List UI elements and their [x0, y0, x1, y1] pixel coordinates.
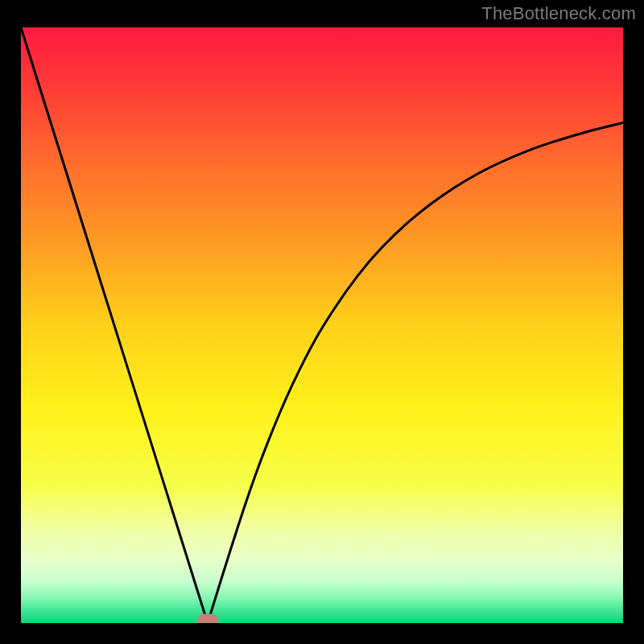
- chart-svg: [21, 27, 623, 623]
- chart-frame: TheBottleneck.com: [0, 0, 644, 644]
- plot-area: [16, 23, 628, 628]
- optimal-marker: [197, 613, 218, 623]
- watermark-text: TheBottleneck.com: [481, 3, 636, 24]
- plot-inner: [21, 27, 623, 623]
- gradient-background: [21, 27, 623, 623]
